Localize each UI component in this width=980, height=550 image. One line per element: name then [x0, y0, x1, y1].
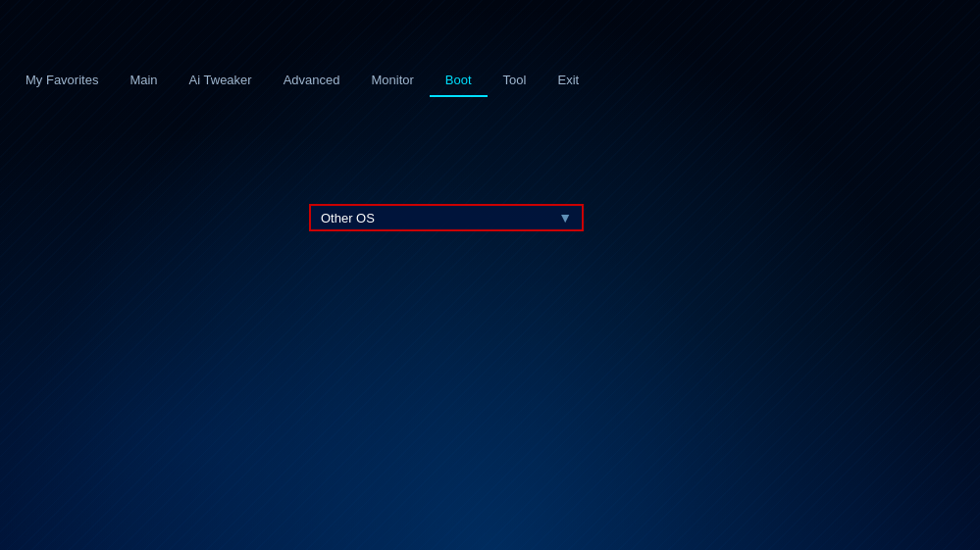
dropdown-arrow-icon: ▼ — [558, 210, 572, 225]
os-type-value: Other OS — [321, 211, 558, 225]
nav-monitor[interactable]: Monitor — [356, 65, 430, 95]
nav-main[interactable]: Main — [114, 65, 173, 95]
nav-my-favorites[interactable]: My Favorites — [10, 65, 114, 95]
nav-exit[interactable]: Exit — [542, 65, 594, 95]
nav-tool[interactable]: Tool — [488, 65, 542, 95]
nav-advanced[interactable]: Advanced — [268, 65, 356, 95]
nav-ai-tweaker[interactable]: Ai Tweaker — [174, 65, 268, 95]
os-type-dropdown[interactable]: Other OS ▼ — [309, 204, 584, 231]
nav-boot[interactable]: Boot — [430, 65, 488, 97]
